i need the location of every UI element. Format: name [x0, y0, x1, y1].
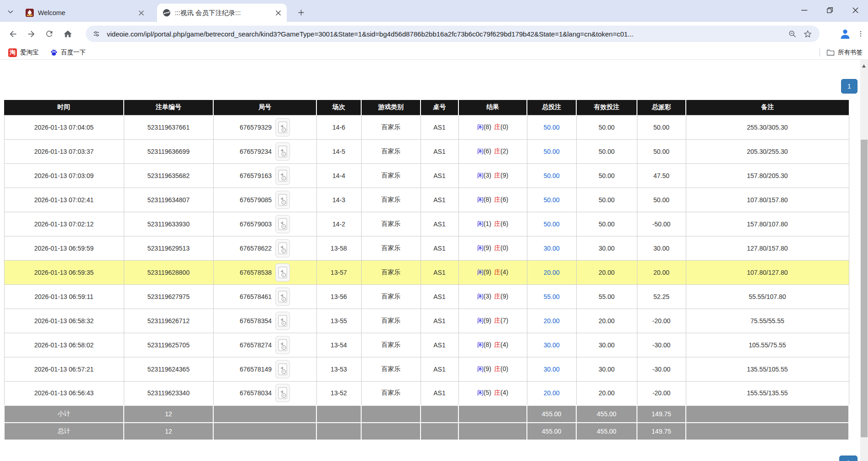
- total-bet-link[interactable]: 30.00: [543, 366, 559, 373]
- banker-label: 庄: [494, 196, 500, 203]
- cell-table-number: AS1: [421, 260, 458, 284]
- bet-record-row: 2026-01-13 06:58:32 523119626712 6765783…: [4, 309, 849, 333]
- subtotal-total-bet: 455.00: [527, 405, 576, 423]
- video-replay-button[interactable]: [275, 288, 290, 306]
- cell-remark: 107.80/157.80: [686, 188, 849, 212]
- banker-score: (9): [500, 293, 508, 300]
- reload-button[interactable]: [40, 25, 58, 43]
- subtotal-label: 小计: [4, 405, 124, 423]
- cell-valid-bet: 20.00: [576, 309, 637, 333]
- bookmark-taobao[interactable]: 淘 爱淘宝: [5, 47, 42, 58]
- tab-welcome[interactable]: Welcome: [20, 4, 150, 22]
- video-replay-button[interactable]: [275, 336, 290, 354]
- menu-kebab-icon[interactable]: [857, 30, 864, 38]
- video-replay-button[interactable]: [275, 360, 290, 378]
- video-replay-button[interactable]: [275, 384, 290, 402]
- cell-bet-number: 523119626712: [124, 309, 213, 333]
- cell-remark: 75.55/55.55: [686, 309, 849, 333]
- cell-payout: -20.00: [637, 309, 686, 333]
- pagination-page-1-bottom[interactable]: 1: [839, 456, 857, 461]
- total-bet-link[interactable]: 20.00: [543, 269, 559, 276]
- cell-game-type: 百家乐: [361, 163, 421, 188]
- player-score: (9): [484, 317, 491, 324]
- url-bar[interactable]: videoie.com/ipl/portal.php/game/betrecor…: [86, 26, 820, 42]
- video-replay-button[interactable]: [275, 239, 290, 257]
- cell-result: 闲(6)庄(2): [458, 139, 527, 163]
- bet-record-row: 2026-01-13 07:03:09 523119635682 6765791…: [4, 163, 849, 188]
- player-label: 闲: [477, 293, 484, 300]
- close-window-button[interactable]: [842, 0, 868, 20]
- video-replay-button[interactable]: [275, 191, 290, 209]
- cell-time: 2026-01-13 06:59:35: [4, 260, 124, 284]
- cell-table-number: AS1: [421, 284, 458, 309]
- profile-avatar-icon[interactable]: [839, 27, 852, 40]
- cell-valid-bet: 50.00: [576, 139, 637, 163]
- banker-label: 庄: [494, 268, 500, 276]
- new-tab-button[interactable]: [295, 6, 307, 18]
- video-replay-button[interactable]: [275, 312, 290, 330]
- player-label: 闲: [477, 317, 484, 324]
- banker-label: 庄: [494, 244, 500, 251]
- total-bet-link[interactable]: 50.00: [543, 124, 559, 131]
- back-button[interactable]: [4, 25, 22, 43]
- bet-record-row: 2026-01-13 06:56:43 523119623340 6765780…: [4, 381, 849, 405]
- cell-table-number: AS1: [421, 139, 458, 163]
- total-bet-link[interactable]: 50.00: [543, 172, 559, 179]
- cell-valid-bet: 20.00: [576, 260, 637, 284]
- all-bookmarks-button[interactable]: 所有书签: [824, 47, 865, 58]
- bet-record-row: 2026-01-13 06:59:35 523119628800 6765785…: [4, 260, 849, 284]
- cell-session: 13-52: [316, 381, 361, 405]
- bookmark-baidu[interactable]: 百度一下: [47, 47, 89, 58]
- restore-button[interactable]: [817, 0, 842, 20]
- forward-button[interactable]: [22, 25, 40, 43]
- total-bet-link[interactable]: 50.00: [543, 220, 559, 228]
- film-document-icon: [278, 363, 287, 375]
- baidu-paw-icon: [50, 48, 58, 57]
- film-document-icon: [278, 291, 287, 303]
- banker-score: (4): [500, 341, 508, 348]
- cell-time: 2026-01-13 06:57:21: [4, 357, 124, 381]
- cell-bet-number: 523119636699: [124, 139, 213, 163]
- total-bet-link[interactable]: 30.00: [543, 245, 559, 252]
- total-bet-link[interactable]: 50.00: [543, 148, 559, 155]
- taobao-icon: 淘: [8, 48, 17, 57]
- pagination-page-1-top[interactable]: 1: [841, 79, 857, 94]
- cell-remark: 107.80/127.80: [686, 260, 849, 284]
- browser-toolbar: videoie.com/ipl/portal.php/game/betrecor…: [0, 22, 868, 46]
- tab-search-button[interactable]: [5, 6, 16, 18]
- cell-table-number: AS1: [421, 188, 458, 212]
- site-settings-icon[interactable]: [92, 30, 100, 38]
- total-bet-link[interactable]: 55.00: [543, 293, 559, 300]
- subtotal-count: 12: [124, 405, 213, 423]
- video-replay-button[interactable]: [275, 263, 290, 282]
- page-scrollbar[interactable]: [860, 60, 868, 461]
- cell-time: 2026-01-13 07:04:05: [4, 115, 124, 139]
- bookmarks-bar: 淘 爱淘宝 百度一下 所有书签: [0, 46, 868, 60]
- cell-remark: 55.55/107.80: [686, 284, 849, 309]
- tab-close-icon[interactable]: [274, 9, 282, 17]
- cell-bet-number: 523119629513: [124, 236, 213, 260]
- home-button[interactable]: [58, 25, 77, 43]
- zoom-icon[interactable]: [788, 30, 797, 38]
- cell-session: 13-53: [316, 357, 361, 381]
- film-document-icon: [278, 267, 287, 278]
- minimize-button[interactable]: [791, 0, 817, 20]
- total-bet-link[interactable]: 20.00: [543, 317, 559, 325]
- banker-label: 庄: [494, 147, 500, 155]
- video-replay-button[interactable]: [275, 118, 290, 136]
- bookmark-star-icon[interactable]: [803, 29, 812, 38]
- total-bet-link[interactable]: 30.00: [543, 341, 559, 349]
- video-replay-button[interactable]: [275, 215, 290, 233]
- total-bet-link[interactable]: 50.00: [543, 196, 559, 204]
- cell-remark: 255.30/305.30: [686, 115, 849, 139]
- tab-close-icon[interactable]: [137, 9, 145, 17]
- video-replay-button[interactable]: [275, 167, 290, 185]
- film-document-icon: [278, 242, 287, 254]
- scroll-up-arrow-icon[interactable]: [862, 64, 866, 68]
- scrollbar-thumb[interactable]: [861, 140, 868, 437]
- video-replay-button[interactable]: [275, 142, 290, 161]
- cell-bet-number: 523119624365: [124, 357, 213, 381]
- spade-card-favicon-icon: [26, 9, 34, 17]
- total-bet-link[interactable]: 20.00: [543, 389, 559, 397]
- tab-betrecord-active[interactable]: :::视讯 会员下注纪录:::: [157, 4, 287, 22]
